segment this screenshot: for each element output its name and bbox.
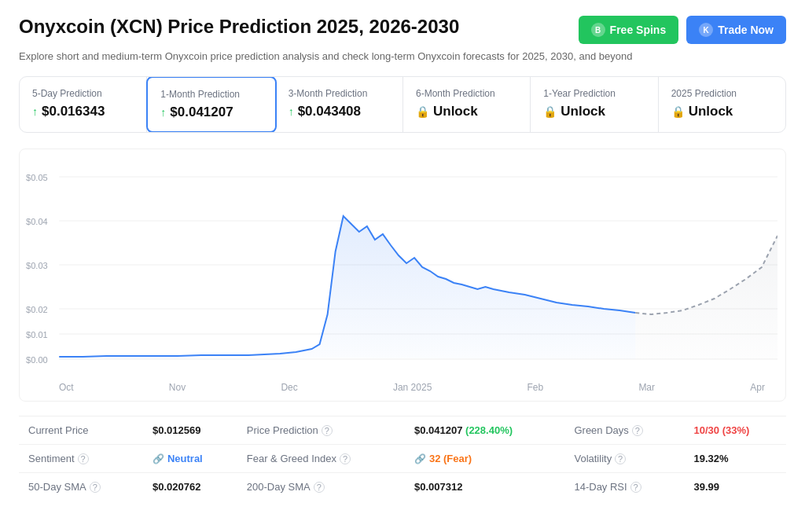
sma50-help[interactable]: ? bbox=[90, 482, 101, 493]
trade-now-button[interactable]: K Trade Now bbox=[686, 16, 786, 44]
stats-row-1: Current Price $0.012569 Price Prediction… bbox=[19, 416, 786, 445]
free-spins-icon: B bbox=[591, 23, 605, 37]
prediction-value-0: ↑$0.016343 bbox=[32, 104, 134, 119]
prediction-label-2: 3-Month Prediction bbox=[289, 88, 390, 99]
prediction-card-3[interactable]: 6-Month Prediction🔒Unlock bbox=[403, 77, 531, 132]
volatility-label: Volatility ? bbox=[564, 445, 684, 473]
sentiment-label: Sentiment ? bbox=[19, 445, 143, 473]
stats-table: Current Price $0.012569 Price Prediction… bbox=[19, 416, 786, 501]
chart-x-axis: Oct Nov Dec Jan 2025 Feb Mar Apr bbox=[20, 377, 777, 401]
current-price-value: $0.012569 bbox=[143, 416, 237, 445]
prediction-label-1: 1-Month Prediction bbox=[160, 89, 262, 100]
svg-text:$0.01: $0.01 bbox=[26, 330, 48, 339]
current-price-label: Current Price bbox=[19, 416, 143, 445]
prediction-value-5: 🔒Unlock bbox=[671, 104, 773, 119]
page-title: Onyxcoin (XCN) Price Prediction 2025, 20… bbox=[19, 16, 579, 38]
prediction-card-1[interactable]: 1-Month Prediction↑$0.041207 bbox=[146, 76, 276, 133]
svg-text:$0.05: $0.05 bbox=[26, 173, 48, 182]
sma200-value: $0.007312 bbox=[405, 473, 564, 501]
up-arrow-icon: ↑ bbox=[32, 105, 38, 118]
fear-link-icon: 🔗 bbox=[414, 453, 426, 464]
rsi-label: 14-Day RSI ? bbox=[564, 473, 684, 501]
prediction-label-5: 2025 Prediction bbox=[671, 88, 773, 99]
sma200-label: 200-Day SMA ? bbox=[237, 473, 405, 501]
prediction-value-2: ↑$0.043408 bbox=[289, 104, 390, 119]
link-icon: 🔗 bbox=[153, 453, 164, 464]
price-prediction-label: Price Prediction ? bbox=[237, 416, 405, 445]
fear-greed-value: 🔗 32 (Fear) bbox=[405, 445, 564, 473]
prediction-value-3: 🔒Unlock bbox=[416, 104, 517, 119]
stats-row-2: Sentiment ? 🔗 Neutral Fear & Greed Index… bbox=[19, 445, 786, 473]
lock-icon: 🔒 bbox=[416, 105, 429, 118]
green-days-label: Green Days ? bbox=[564, 416, 684, 445]
prediction-label-4: 1-Year Prediction bbox=[543, 88, 645, 99]
svg-text:$0.03: $0.03 bbox=[26, 261, 48, 270]
free-spins-button[interactable]: B Free Spins bbox=[579, 16, 679, 44]
rsi-value: 39.99 bbox=[684, 473, 786, 501]
prediction-card-4[interactable]: 1-Year Prediction🔒Unlock bbox=[531, 77, 658, 132]
volatility-value: 19.32% bbox=[684, 445, 786, 473]
volatility-help[interactable]: ? bbox=[615, 453, 626, 464]
sma50-value: $0.020762 bbox=[143, 473, 237, 501]
green-days-help[interactable]: ? bbox=[632, 425, 643, 436]
sentiment-value: 🔗 Neutral bbox=[143, 445, 237, 473]
svg-text:$0.04: $0.04 bbox=[26, 217, 48, 226]
stats-row-3: 50-Day SMA ? $0.020762 200-Day SMA ? $0.… bbox=[19, 473, 786, 501]
prediction-cards: 5-Day Prediction↑$0.0163431-Month Predic… bbox=[19, 76, 786, 133]
prediction-card-5[interactable]: 2025 Prediction🔒Unlock bbox=[659, 77, 785, 132]
prediction-label-0: 5-Day Prediction bbox=[32, 88, 134, 99]
svg-text:$0.02: $0.02 bbox=[26, 305, 48, 314]
lock-icon: 🔒 bbox=[671, 105, 685, 118]
fear-greed-help[interactable]: ? bbox=[340, 453, 351, 464]
prediction-card-0[interactable]: 5-Day Prediction↑$0.016343 bbox=[20, 77, 147, 132]
fear-greed-label: Fear & Greed Index ? bbox=[237, 445, 405, 473]
sma50-label: 50-Day SMA ? bbox=[19, 473, 143, 501]
page-subtitle: Explore short and medium-term Onyxcoin p… bbox=[19, 50, 786, 62]
sma200-help[interactable]: ? bbox=[314, 482, 325, 493]
prediction-value-1: ↑$0.041207 bbox=[160, 105, 262, 120]
lock-icon: 🔒 bbox=[543, 105, 557, 118]
svg-text:$0.00: $0.00 bbox=[26, 355, 48, 365]
trade-icon: K bbox=[699, 23, 713, 37]
price-prediction-value: $0.041207 (228.40%) bbox=[405, 416, 564, 445]
prediction-value-4: 🔒Unlock bbox=[543, 104, 645, 119]
price-chart: $0.05 $0.04 $0.03 $0.02 $0.01 $0.00 bbox=[19, 149, 786, 402]
up-arrow-icon: ↑ bbox=[289, 105, 294, 118]
green-days-value: 10/30 (33%) bbox=[684, 416, 786, 445]
price-prediction-help[interactable]: ? bbox=[322, 425, 333, 436]
prediction-card-2[interactable]: 3-Month Prediction↑$0.043408 bbox=[276, 77, 403, 132]
prediction-label-3: 6-Month Prediction bbox=[416, 88, 517, 99]
sentiment-help[interactable]: ? bbox=[78, 453, 89, 464]
rsi-help[interactable]: ? bbox=[630, 482, 641, 493]
up-arrow-icon: ↑ bbox=[160, 106, 166, 119]
